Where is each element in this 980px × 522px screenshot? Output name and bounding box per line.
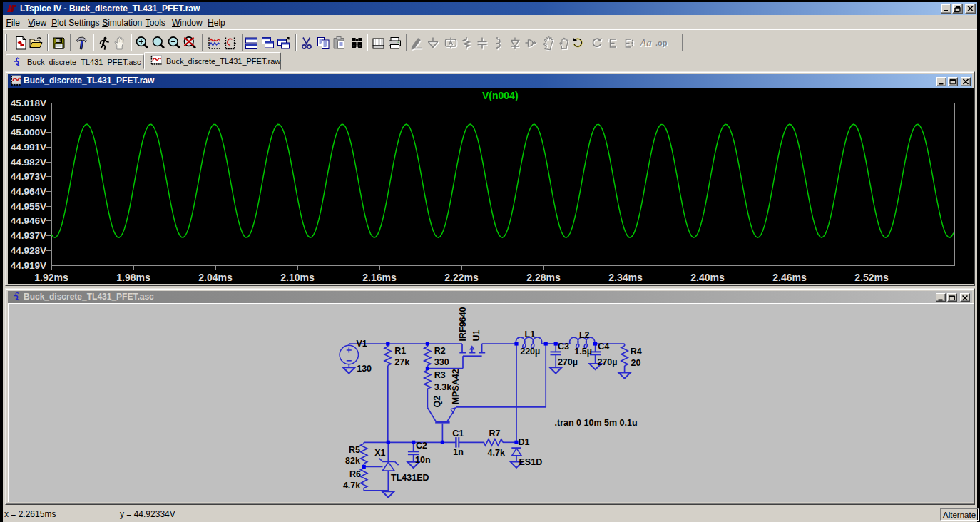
svg-text:L2: L2 <box>579 330 590 340</box>
svg-text:X1: X1 <box>374 448 385 458</box>
svg-text:270µ: 270µ <box>597 357 617 367</box>
svg-text:4.7k: 4.7k <box>488 448 505 458</box>
svg-text:20: 20 <box>631 358 641 368</box>
svg-text:R2: R2 <box>434 346 446 356</box>
svg-text:R4: R4 <box>631 347 642 357</box>
svg-text:U1: U1 <box>471 329 481 341</box>
svg-text:27k: 27k <box>394 357 409 367</box>
svg-text:10n: 10n <box>415 455 431 465</box>
svg-text:R3: R3 <box>434 370 446 380</box>
svg-text:C4: C4 <box>598 342 609 352</box>
svg-text:3.3k: 3.3k <box>434 382 451 392</box>
svg-text:D1: D1 <box>519 437 530 447</box>
svg-text:C3: C3 <box>558 342 569 352</box>
svg-text:C2: C2 <box>416 441 427 451</box>
svg-text:MPSA42: MPSA42 <box>451 369 461 404</box>
svg-text:L1: L1 <box>525 329 536 339</box>
svg-text:1n: 1n <box>453 447 464 457</box>
svg-text:ES1D: ES1D <box>519 457 543 467</box>
svg-text:1.5µ: 1.5µ <box>574 347 592 357</box>
svg-text:330: 330 <box>434 357 449 367</box>
svg-text:C1: C1 <box>452 429 464 439</box>
svg-text:130: 130 <box>357 364 372 374</box>
svg-text:.tran 0 10m 5m 0.1u: .tran 0 10m 5m 0.1u <box>555 418 638 428</box>
svg-text:270µ: 270µ <box>558 357 578 367</box>
svg-text:R1: R1 <box>394 346 406 356</box>
svg-text:4.7k: 4.7k <box>343 481 360 491</box>
svg-text:82k: 82k <box>345 456 360 466</box>
svg-text:220µ: 220µ <box>520 347 540 357</box>
svg-text:R7: R7 <box>489 429 501 439</box>
svg-text:Q2: Q2 <box>432 396 442 408</box>
svg-text:IRF9640: IRF9640 <box>458 307 468 342</box>
svg-text:V1: V1 <box>356 339 367 349</box>
svg-text:R6: R6 <box>349 469 361 479</box>
svg-text:TL431ED: TL431ED <box>391 473 429 483</box>
svg-text:R5: R5 <box>349 445 360 455</box>
